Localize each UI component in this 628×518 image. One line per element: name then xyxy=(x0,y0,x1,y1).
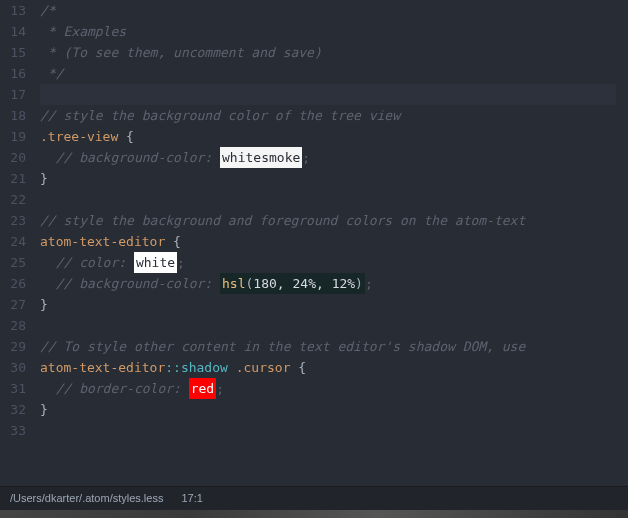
line-number: 15 xyxy=(0,42,26,63)
line-number: 19 xyxy=(0,126,26,147)
status-bar: /Users/dkarter/.atom/styles.less 17:1 xyxy=(0,486,628,510)
code-line-current xyxy=(40,84,616,105)
code-line: } xyxy=(40,168,628,189)
code-line: /* xyxy=(40,0,628,21)
line-number: 20 xyxy=(0,147,26,168)
line-number: 30 xyxy=(0,357,26,378)
line-number-gutter: 13 14 15 16 17 18 19 20 21 22 23 24 25 2… xyxy=(0,0,34,486)
code-line: */ xyxy=(40,63,628,84)
line-number: 33 xyxy=(0,420,26,441)
line-number: 27 xyxy=(0,294,26,315)
line-number: 22 xyxy=(0,189,26,210)
editor-area[interactable]: 13 14 15 16 17 18 19 20 21 22 23 24 25 2… xyxy=(0,0,628,486)
line-number: 26 xyxy=(0,273,26,294)
color-swatch-whitesmoke: whitesmoke xyxy=(220,147,302,168)
line-number: 14 xyxy=(0,21,26,42)
code-line xyxy=(40,315,628,336)
line-number: 31 xyxy=(0,378,26,399)
code-line: } xyxy=(40,294,628,315)
status-cursor-position[interactable]: 17:1 xyxy=(181,488,202,509)
code-area[interactable]: /* * Examples * (To see them, uncomment … xyxy=(34,0,628,486)
code-line: * Examples xyxy=(40,21,628,42)
color-swatch-red: red xyxy=(189,378,216,399)
line-number: 23 xyxy=(0,210,26,231)
line-number: 18 xyxy=(0,105,26,126)
window-bottom-edge xyxy=(0,510,628,518)
line-number: 16 xyxy=(0,63,26,84)
color-swatch-white: white xyxy=(134,252,177,273)
line-number: 32 xyxy=(0,399,26,420)
code-line: // style the background and foreground c… xyxy=(40,210,628,231)
line-number: 21 xyxy=(0,168,26,189)
code-line: // style the background color of the tre… xyxy=(40,105,628,126)
code-line: // background-color: hsl(180, 24%, 12%); xyxy=(40,273,628,294)
line-number: 25 xyxy=(0,252,26,273)
code-line: } xyxy=(40,399,628,420)
line-number: 29 xyxy=(0,336,26,357)
line-number: 17 xyxy=(0,84,26,105)
code-line: atom-text-editor::shadow .cursor { xyxy=(40,357,628,378)
code-line: // color: white; xyxy=(40,252,628,273)
line-number: 28 xyxy=(0,315,26,336)
code-line: atom-text-editor { xyxy=(40,231,628,252)
code-line: // background-color: whitesmoke; xyxy=(40,147,628,168)
code-line: // border-color: red; xyxy=(40,378,628,399)
code-line: // To style other content in the text ed… xyxy=(40,336,628,357)
code-line xyxy=(40,420,628,441)
color-swatch-hsl: hsl(180, 24%, 12%) xyxy=(220,273,365,294)
code-line: .tree-view { xyxy=(40,126,628,147)
code-line: * (To see them, uncomment and save) xyxy=(40,42,628,63)
code-line xyxy=(40,189,628,210)
line-number: 13 xyxy=(0,0,26,21)
line-number: 24 xyxy=(0,231,26,252)
status-filepath[interactable]: /Users/dkarter/.atom/styles.less xyxy=(10,488,163,509)
